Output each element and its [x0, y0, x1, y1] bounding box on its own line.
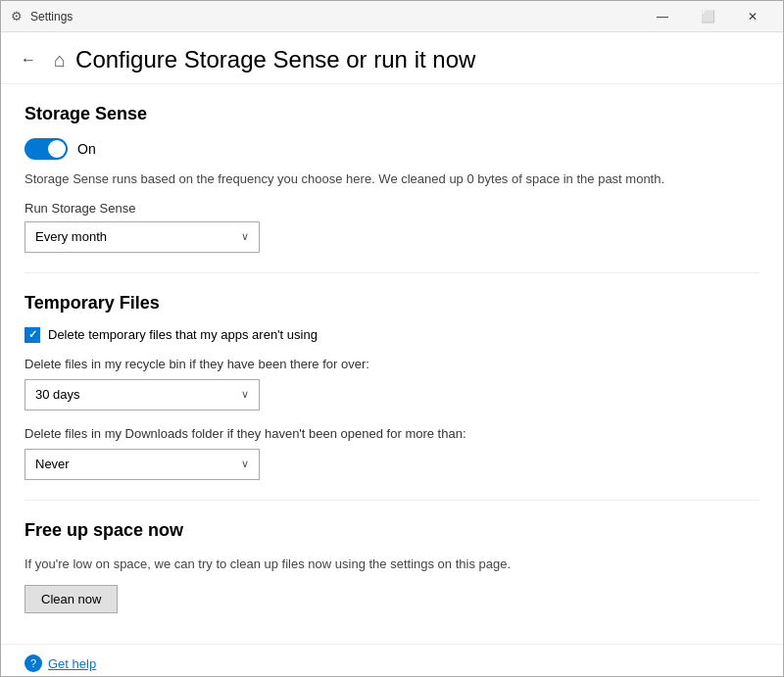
free-up-title: Free up space now	[24, 520, 760, 541]
toggle-label: On	[77, 141, 96, 157]
main-content: Storage Sense On Storage Sense runs base…	[1, 84, 783, 644]
run-frequency-dropdown[interactable]: Every month ∨	[24, 221, 260, 253]
delete-temp-label: Delete temporary files that my apps aren…	[48, 327, 318, 342]
dropdown-arrow-icon: ∨	[241, 230, 249, 243]
app-icon: ⚙	[9, 9, 24, 24]
settings-window: ⚙ Settings — ⬜ ✕ ← ⌂ Configure Storage S…	[0, 0, 784, 677]
storage-sense-description: Storage Sense runs based on the frequenc…	[24, 169, 760, 189]
titlebar-title: Settings	[30, 10, 640, 24]
toggle-row: On	[24, 138, 760, 160]
help-icon: ?	[24, 654, 42, 672]
downloads-arrow-icon: ∨	[241, 458, 249, 470]
page-header: ← ⌂ Configure Storage Sense or run it no…	[1, 32, 783, 84]
downloads-value: Never	[35, 457, 70, 471]
checkmark-icon: ✓	[28, 328, 37, 341]
back-arrow-icon: ←	[21, 51, 36, 69]
recycle-arrow-icon: ∨	[241, 388, 249, 401]
recycle-value: 30 days	[35, 387, 80, 402]
temporary-files-section: Temporary Files ✓ Delete temporary files…	[24, 293, 760, 480]
storage-sense-toggle[interactable]	[24, 138, 68, 160]
home-icon: ⌂	[54, 49, 66, 72]
recycle-label: Delete files in my recycle bin if they h…	[24, 357, 760, 371]
titlebar-controls: — ⬜ ✕	[640, 1, 775, 32]
minimize-button[interactable]: —	[640, 1, 685, 32]
restore-button[interactable]: ⬜	[685, 1, 730, 32]
temp-files-title: Temporary Files	[24, 293, 760, 314]
titlebar: ⚙ Settings — ⬜ ✕	[1, 1, 783, 32]
storage-sense-title: Storage Sense	[24, 104, 760, 124]
divider-1	[24, 272, 760, 273]
downloads-dropdown[interactable]: Never ∨	[24, 449, 260, 480]
clean-now-button[interactable]: Clean now	[24, 585, 118, 613]
close-button[interactable]: ✕	[730, 1, 775, 32]
run-frequency-value: Every month	[35, 229, 107, 244]
page-title: Configure Storage Sense or run it now	[75, 46, 475, 73]
free-up-description: If you're low on space, we can try to cl…	[24, 555, 760, 574]
run-label: Run Storage Sense	[24, 201, 760, 216]
free-up-section: Free up space now If you're low on space…	[24, 520, 760, 614]
get-help-link[interactable]: Get help	[48, 656, 96, 671]
downloads-label: Delete files in my Downloads folder if t…	[24, 426, 760, 441]
delete-temp-checkbox-row: ✓ Delete temporary files that my apps ar…	[24, 327, 760, 343]
recycle-dropdown[interactable]: 30 days ∨	[24, 379, 260, 411]
back-button[interactable]: ←	[13, 44, 44, 75]
toggle-thumb	[48, 140, 66, 158]
delete-temp-checkbox[interactable]: ✓	[24, 327, 40, 343]
footer: ? Get help	[1, 644, 783, 676]
divider-2	[24, 500, 760, 501]
storage-sense-section: Storage Sense On Storage Sense runs base…	[24, 104, 760, 253]
page-title-container: ⌂ Configure Storage Sense or run it now	[54, 46, 475, 73]
